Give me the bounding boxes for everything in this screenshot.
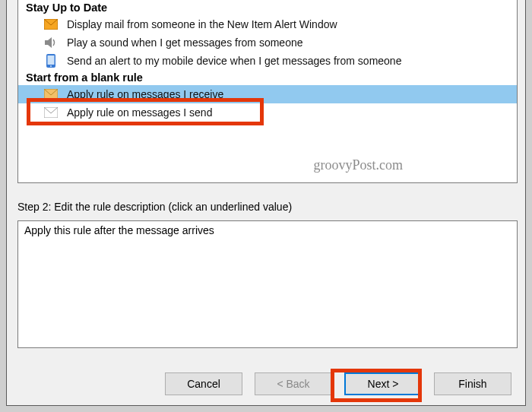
back-button: < Back xyxy=(255,372,332,395)
template-item-send[interactable]: Apply rule on messages I send xyxy=(18,103,517,122)
watermark: groovyPost.com xyxy=(313,157,403,173)
svg-rect-3 xyxy=(48,55,55,65)
dialog-body: Stay Up to Date Display mail from someon… xyxy=(6,0,526,406)
template-item-receive[interactable]: Apply rule on messages I receive xyxy=(18,85,517,103)
next-button-label: Next > xyxy=(368,378,399,390)
rule-description-box[interactable]: Apply this rule after the message arrive… xyxy=(17,220,518,348)
template-item-label: Display mail from someone in the New Ite… xyxy=(67,18,337,30)
envelope-in-icon xyxy=(44,87,58,101)
template-item-play-sound[interactable]: Play a sound when I get messages from so… xyxy=(18,33,517,52)
template-item-label: Send an alert to my mobile device when I… xyxy=(67,55,401,67)
template-item-mobile-alert[interactable]: Send an alert to my mobile device when I… xyxy=(18,52,517,70)
back-button-label: < Back xyxy=(277,378,309,390)
envelope-alert-icon xyxy=(44,17,58,31)
finish-button-label: Finish xyxy=(458,378,486,390)
section-header-blank-rule: Start from a blank rule xyxy=(18,70,517,85)
mobile-icon xyxy=(44,54,58,68)
button-row: Cancel < Back Next > Finish xyxy=(7,370,525,398)
step2-label: Step 2: Edit the rule description (click… xyxy=(17,201,292,213)
next-button[interactable]: Next > xyxy=(344,372,422,395)
svg-point-4 xyxy=(50,65,52,67)
cancel-button[interactable]: Cancel xyxy=(165,372,242,395)
template-item-label: Apply rule on messages I send xyxy=(67,106,212,119)
finish-button[interactable]: Finish xyxy=(434,372,511,395)
section-header-stay-up-to-date: Stay Up to Date xyxy=(18,0,517,15)
template-item-label: Apply rule on messages I receive xyxy=(67,88,223,100)
cancel-button-label: Cancel xyxy=(187,378,220,390)
template-item-label: Play a sound when I get messages from so… xyxy=(67,36,303,49)
template-item-display-mail[interactable]: Display mail from someone in the New Ite… xyxy=(18,15,517,33)
rule-description-text: Apply this rule after the message arrive… xyxy=(24,224,214,236)
rule-template-list[interactable]: Stay Up to Date Display mail from someon… xyxy=(17,0,518,183)
speaker-icon xyxy=(44,36,58,49)
svg-marker-1 xyxy=(45,37,52,48)
envelope-out-icon xyxy=(44,106,58,119)
